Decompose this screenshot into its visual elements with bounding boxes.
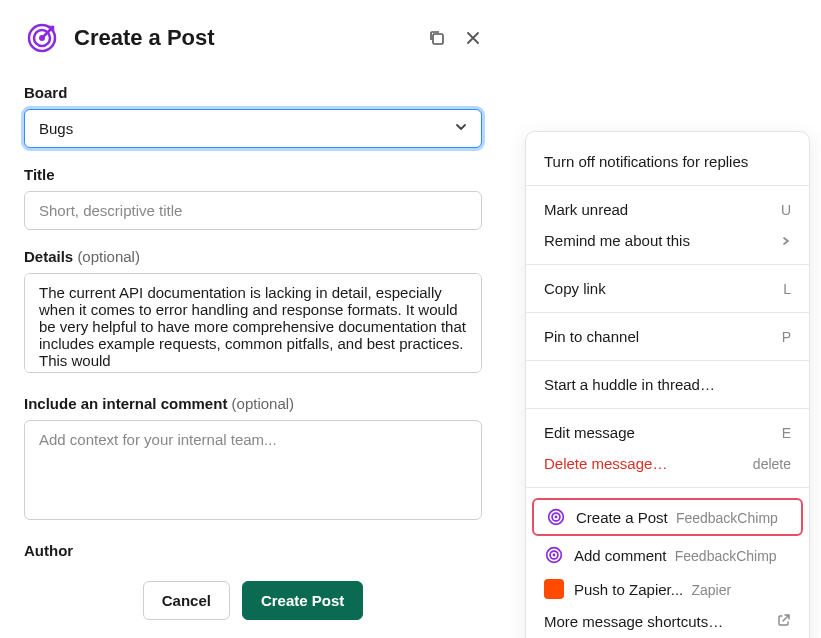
menu-more-shortcuts[interactable]: More message shortcuts… xyxy=(526,606,809,637)
menu-divider xyxy=(526,264,809,265)
modal-footer: Cancel Create Post xyxy=(0,565,506,620)
create-post-modal: Create a Post Board Bugs xyxy=(0,0,506,577)
menu-turn-off-notifications[interactable]: Turn off notifications for replies xyxy=(526,146,809,177)
menu-edit-message[interactable]: Edit message E xyxy=(526,417,809,448)
menu-divider xyxy=(526,360,809,361)
board-select[interactable]: Bugs xyxy=(24,109,482,148)
zapier-icon xyxy=(544,579,564,599)
title-input[interactable] xyxy=(24,191,482,230)
feedbackchimp-icon xyxy=(546,507,566,527)
svg-rect-3 xyxy=(433,34,443,44)
external-link-icon xyxy=(777,613,791,630)
chevron-right-icon xyxy=(781,232,791,249)
feedbackchimp-logo-icon xyxy=(24,20,60,56)
menu-delete-message[interactable]: Delete message… delete xyxy=(526,448,809,479)
menu-pin[interactable]: Pin to channel P xyxy=(526,321,809,352)
title-label: Title xyxy=(24,166,482,183)
close-icon[interactable] xyxy=(464,29,482,47)
board-label: Board xyxy=(24,84,482,101)
menu-divider xyxy=(526,487,809,488)
menu-create-post-feedbackchimp[interactable]: Create a Post FeedbackChimp xyxy=(532,498,803,536)
menu-divider xyxy=(526,408,809,409)
details-textarea[interactable] xyxy=(24,273,482,373)
menu-copy-link[interactable]: Copy link L xyxy=(526,273,809,304)
modal-header: Create a Post xyxy=(24,20,482,56)
menu-remind[interactable]: Remind me about this xyxy=(526,225,809,256)
details-label: Details (optional) xyxy=(24,248,482,265)
create-post-button[interactable]: Create Post xyxy=(242,581,363,620)
menu-divider xyxy=(526,185,809,186)
comment-label: Include an internal comment (optional) xyxy=(24,395,482,412)
svg-point-6 xyxy=(555,516,558,519)
board-selected-value: Bugs xyxy=(39,120,73,137)
menu-add-comment-feedbackchimp[interactable]: Add comment FeedbackChimp xyxy=(526,538,809,572)
menu-huddle[interactable]: Start a huddle in thread… xyxy=(526,369,809,400)
svg-point-9 xyxy=(553,554,556,557)
menu-divider xyxy=(526,312,809,313)
modal-title: Create a Post xyxy=(74,25,428,51)
author-label: Author xyxy=(24,542,482,559)
message-context-menu: Turn off notifications for replies Mark … xyxy=(525,131,810,638)
menu-push-zapier[interactable]: Push to Zapier... Zapier xyxy=(526,572,809,606)
duplicate-icon[interactable] xyxy=(428,29,446,47)
menu-mark-unread[interactable]: Mark unread U xyxy=(526,194,809,225)
comment-textarea[interactable] xyxy=(24,420,482,520)
cancel-button[interactable]: Cancel xyxy=(143,581,230,620)
feedbackchimp-icon xyxy=(544,545,564,565)
